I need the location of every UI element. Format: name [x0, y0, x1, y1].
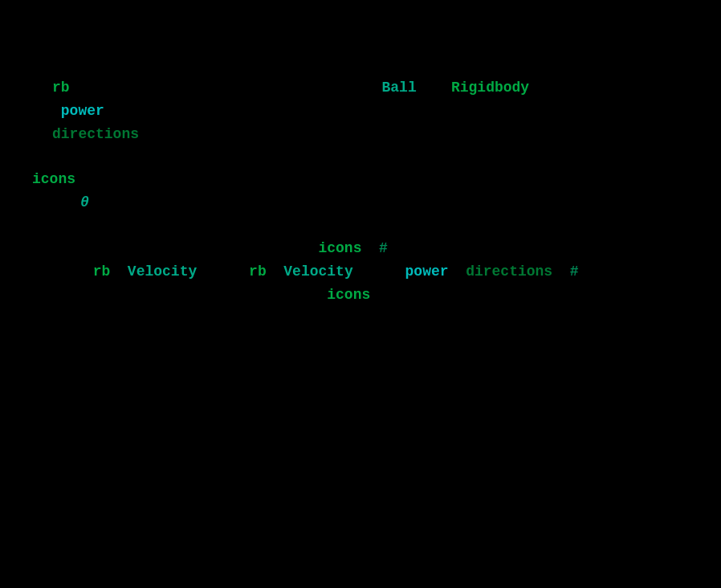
velocity-label-2: Velocity: [283, 260, 352, 284]
code-line-2: power: [0, 100, 721, 123]
power-label: power: [52, 100, 104, 123]
hash-2: #: [570, 260, 579, 284]
code-line-7: rb Velocity rb Velocity power directions…: [0, 260, 721, 284]
spacer-9: [267, 260, 284, 284]
code-display: rb Ball Rigidbody power directions icons: [0, 0, 721, 588]
rigidbody-label: Rigidbody: [451, 76, 529, 100]
power-label-2: power: [405, 260, 449, 284]
spacer-3: [75, 168, 721, 191]
code-line-3: directions: [0, 123, 721, 146]
spacer-13: [32, 284, 327, 307]
spacer-11: [449, 260, 466, 284]
rb-label: rb: [52, 76, 70, 100]
rb-label-2: rb: [93, 260, 111, 284]
empty-line-2: [0, 214, 721, 237]
spacer-1: [70, 76, 382, 100]
directions-label: directions: [52, 123, 139, 146]
hash-1: #: [379, 237, 388, 260]
directions-label-2: directions: [466, 260, 552, 284]
icons-label-2: icons: [318, 237, 361, 260]
spacer-4: [32, 237, 318, 260]
rb-label-3: rb: [249, 260, 267, 284]
velocity-label-1: Velocity: [128, 260, 197, 284]
spacer-10: [353, 260, 405, 284]
code-line-1: rb Ball Rigidbody: [0, 76, 721, 100]
code-line-5: θ: [0, 191, 721, 214]
spacer-6: [32, 260, 93, 284]
spacer-7: [110, 260, 128, 284]
empty-line-1: [0, 145, 721, 168]
icons-label-3: icons: [327, 284, 370, 307]
spacer-8: [197, 260, 249, 284]
spacer-12: [552, 260, 570, 284]
spacer-2: [417, 76, 451, 100]
ball-label: Ball: [381, 76, 416, 100]
code-line-4: icons θ: [0, 168, 721, 191]
icons-label-1: icons: [32, 168, 75, 191]
theta-2: θ: [80, 191, 89, 214]
code-line-6: icons #: [0, 237, 721, 260]
spacer-5: [361, 237, 379, 260]
code-line-8: icons: [0, 284, 721, 307]
